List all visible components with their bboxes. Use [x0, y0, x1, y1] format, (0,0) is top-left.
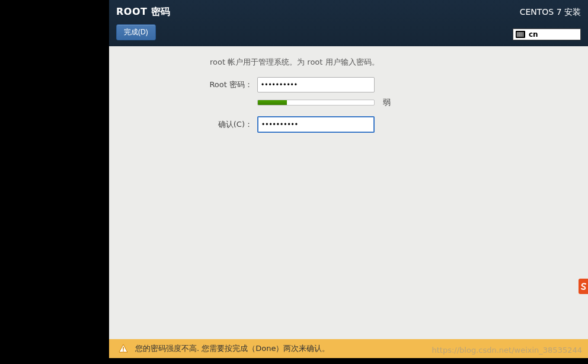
password-row: Root 密码：: [206, 77, 491, 92]
confirm-label: 确认(C)：: [206, 119, 253, 130]
warning-icon: [119, 344, 128, 353]
ime-badge[interactable]: [579, 279, 588, 294]
done-button[interactable]: 完成(D): [116, 24, 156, 40]
keyboard-layout-label: cn: [529, 30, 538, 39]
svg-rect-1: [123, 350, 124, 352]
password-strength-bar: [257, 100, 375, 106]
description-text: root 帐户用于管理系统。为 root 用户输入密码。: [206, 57, 491, 68]
installer-window: ROOT 密码 CENTOS 7 安装 完成(D) cn root 帐户用于管理…: [109, 0, 588, 364]
header-top: ROOT 密码 CENTOS 7 安装: [116, 6, 581, 18]
strength-row: 弱: [206, 97, 491, 108]
bottom-edge: [109, 358, 588, 364]
confirm-password-input[interactable]: [257, 116, 375, 133]
warning-message: 您的密码强度不高. 您需要按完成（Done）两次来确认。: [135, 343, 330, 354]
strength-fill: [258, 100, 287, 105]
password-form: root 帐户用于管理系统。为 root 用户输入密码。 Root 密码： 弱 …: [206, 57, 491, 133]
keyboard-icon: [516, 31, 525, 38]
warning-bar: 您的密码强度不高. 您需要按完成（Done）两次来确认。: [109, 339, 588, 358]
branding-label: CENTOS 7 安装: [520, 6, 581, 18]
password-label: Root 密码：: [206, 79, 253, 90]
svg-rect-0: [123, 347, 124, 350]
root-password-input[interactable]: [257, 77, 375, 92]
content-area: root 帐户用于管理系统。为 root 用户输入密码。 Root 密码： 弱 …: [109, 46, 588, 364]
strength-label: 弱: [383, 97, 391, 108]
page-title: ROOT 密码: [116, 6, 171, 18]
keyboard-layout-indicator[interactable]: cn: [513, 28, 581, 40]
confirm-row: 确认(C)：: [206, 116, 491, 133]
header-bar: ROOT 密码 CENTOS 7 安装 完成(D) cn: [109, 0, 588, 46]
